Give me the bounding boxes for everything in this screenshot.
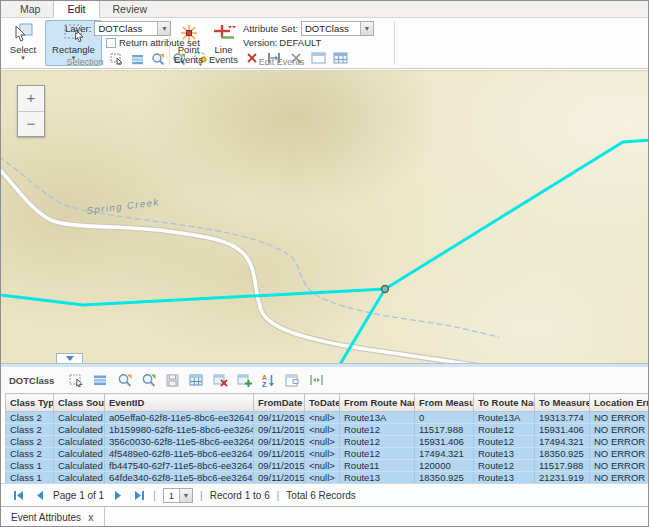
- cell[interactable]: 18350.925: [415, 472, 474, 484]
- cell[interactable]: 09/11/2015: [254, 424, 305, 436]
- cell[interactable]: Route12: [340, 436, 415, 448]
- column-header[interactable]: Location Error: [590, 394, 649, 412]
- pan-to-record-icon[interactable]: [140, 372, 156, 388]
- map-canvas[interactable]: Spring Creek + −: [1, 70, 649, 363]
- cell[interactable]: 0: [415, 412, 474, 424]
- cell[interactable]: Class 1: [6, 460, 54, 472]
- page-select-arrow-icon[interactable]: ▼: [179, 489, 192, 502]
- cell[interactable]: 09/11/2015: [254, 472, 305, 484]
- cell[interactable]: Route12: [474, 460, 535, 472]
- cell[interactable]: Calculated: [54, 412, 105, 424]
- column-header[interactable]: To Measure: [535, 394, 590, 412]
- cell[interactable]: NO ERROR: [590, 424, 649, 436]
- cell[interactable]: 18350.925: [535, 448, 590, 460]
- table-row[interactable]: Class 2Calculated4f5489e0-62f8-11e5-8bc6…: [6, 448, 649, 460]
- cell[interactable]: <null>: [305, 460, 340, 472]
- zoom-out-button[interactable]: −: [18, 111, 44, 136]
- cell[interactable]: Route12: [474, 436, 535, 448]
- sort-icon[interactable]: AZ: [260, 372, 276, 388]
- cell[interactable]: Calculated: [54, 448, 105, 460]
- table-row[interactable]: Class 2Calculated356c0030-62f8-11e5-8bc6…: [6, 436, 649, 448]
- next-page-button[interactable]: [111, 488, 125, 502]
- cell[interactable]: Route12: [474, 424, 535, 436]
- cell[interactable]: Route11: [340, 460, 415, 472]
- column-header[interactable]: ToDate: [305, 394, 340, 412]
- attribute-set-dropdown-arrow-icon[interactable]: ▼: [360, 22, 373, 35]
- table-icon[interactable]: [188, 372, 204, 388]
- cell[interactable]: NO ERROR: [590, 472, 649, 484]
- route-event-lines[interactable]: [1, 140, 649, 363]
- cell[interactable]: Class 2: [6, 412, 54, 424]
- add-record-icon[interactable]: [236, 372, 252, 388]
- cell[interactable]: Class 1: [6, 472, 54, 484]
- route-junction-marker[interactable]: [382, 286, 389, 293]
- cell[interactable]: NO ERROR: [590, 460, 649, 472]
- column-header[interactable]: From Measure: [415, 394, 474, 412]
- cell[interactable]: Route12: [340, 448, 415, 460]
- cell[interactable]: 17494.321: [535, 436, 590, 448]
- tab-review[interactable]: Review: [100, 1, 160, 17]
- column-header[interactable]: Class Source: [54, 394, 105, 412]
- table-row[interactable]: Class 2Calculated1b159980-62f8-11e5-8bc6…: [6, 424, 649, 436]
- cell[interactable]: 09/11/2015: [254, 412, 305, 424]
- cell[interactable]: <null>: [305, 448, 340, 460]
- cell[interactable]: Calculated: [54, 436, 105, 448]
- previous-page-button[interactable]: [32, 488, 46, 502]
- table-row[interactable]: Class 2Calculateda05effa0-62f8-11e5-8bc6…: [6, 412, 649, 424]
- select-tool-icon[interactable]: [68, 372, 84, 388]
- page-number-select[interactable]: 1 ▼: [163, 488, 193, 503]
- cell[interactable]: Route13A: [340, 412, 415, 424]
- layer-dropdown[interactable]: DOTClass ▼: [94, 21, 171, 36]
- cell[interactable]: 11517.988: [415, 424, 474, 436]
- cell[interactable]: Route13: [340, 472, 415, 484]
- cell[interactable]: Class 2: [6, 436, 54, 448]
- close-icon[interactable]: x: [88, 512, 94, 523]
- cell[interactable]: NO ERROR: [590, 436, 649, 448]
- route-line-west[interactable]: [1, 289, 385, 305]
- cell[interactable]: 09/11/2015: [254, 436, 305, 448]
- cell[interactable]: 356c0030-62f8-11e5-8bc6-ee32641d5ec9: [105, 436, 254, 448]
- tab-event-attributes[interactable]: Event Attributes x: [1, 507, 105, 527]
- cell[interactable]: 09/11/2015: [254, 448, 305, 460]
- cell[interactable]: Calculated: [54, 460, 105, 472]
- tab-map[interactable]: Map: [7, 1, 53, 17]
- last-page-button[interactable]: [132, 488, 146, 502]
- column-header[interactable]: FromDate: [254, 394, 305, 412]
- cell[interactable]: Class 2: [6, 424, 54, 436]
- cell[interactable]: <null>: [305, 436, 340, 448]
- save-icon[interactable]: [164, 372, 180, 388]
- cell[interactable]: 21231.919: [535, 472, 590, 484]
- zoom-in-button[interactable]: +: [18, 86, 44, 111]
- cell[interactable]: fb447540-62f7-11e5-8bc6-ee32641d5ec9: [105, 460, 254, 472]
- cell[interactable]: 15931.406: [535, 424, 590, 436]
- table-row[interactable]: Class 1Calculatedfb447540-62f7-11e5-8bc6…: [6, 460, 649, 472]
- cell[interactable]: Route12: [340, 424, 415, 436]
- column-header[interactable]: Class Type: [6, 394, 54, 412]
- cell[interactable]: 120000: [415, 460, 474, 472]
- return-attribute-set-checkbox[interactable]: [106, 38, 116, 48]
- attribute-set-dropdown[interactable]: DOTClass ▼: [301, 21, 374, 36]
- cell[interactable]: <null>: [305, 472, 340, 484]
- cell[interactable]: NO ERROR: [590, 448, 649, 460]
- column-header[interactable]: EventID: [105, 394, 254, 412]
- tab-edit[interactable]: Edit: [53, 0, 99, 18]
- cell[interactable]: 11517.988: [535, 460, 590, 472]
- cell[interactable]: 19313.774: [535, 412, 590, 424]
- route-line-northeast[interactable]: [385, 140, 649, 289]
- zoom-to-record-icon[interactable]: [116, 372, 132, 388]
- cell[interactable]: Route13A: [474, 412, 535, 424]
- cell[interactable]: Calculated: [54, 424, 105, 436]
- column-header[interactable]: To Route Name: [474, 394, 535, 412]
- cell[interactable]: 09/11/2015: [254, 460, 305, 472]
- cell[interactable]: 64fde340-62f8-11e5-8bc6-ee32641d5ec9: [105, 472, 254, 484]
- table-row[interactable]: Class 1Calculated64fde340-62f8-11e5-8bc6…: [6, 472, 649, 484]
- fit-columns-icon[interactable]: [308, 372, 324, 388]
- show-selected-records-icon[interactable]: [92, 372, 108, 388]
- attribute-window-icon[interactable]: [284, 372, 300, 388]
- delete-record-icon[interactable]: [212, 372, 228, 388]
- cell[interactable]: 15931.406: [415, 436, 474, 448]
- cell[interactable]: Route13: [474, 472, 535, 484]
- cell[interactable]: <null>: [305, 424, 340, 436]
- panel-collapse-button[interactable]: [56, 353, 83, 363]
- cell[interactable]: a05effa0-62f8-11e5-8bc6-ee32641d5ec9: [105, 412, 254, 424]
